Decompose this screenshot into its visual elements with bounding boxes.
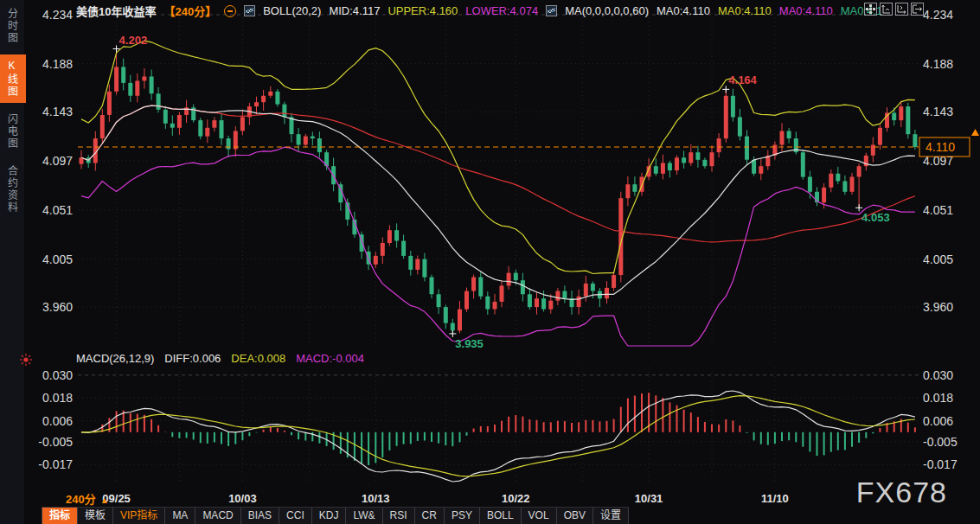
indicator-tabs: 指标模板VIP指标MAMACDBIASCCIKDJLW&RSICRPSYBOLL… bbox=[42, 507, 629, 524]
sidebar: 分时图K线图闪电图合约资料 bbox=[0, 0, 24, 524]
svg-text:4.164: 4.164 bbox=[728, 73, 757, 86]
svg-text:10/22: 10/22 bbox=[502, 492, 530, 505]
svg-text:-0.005: -0.005 bbox=[38, 435, 73, 449]
tab-template[interactable]: 模板 bbox=[78, 508, 113, 524]
svg-text:4.188: 4.188 bbox=[923, 57, 953, 71]
ma-value-0: MA0:4.110 bbox=[657, 4, 710, 17]
svg-text:0.030: 0.030 bbox=[42, 368, 73, 382]
scroll-latest-icon bbox=[971, 129, 979, 136]
svg-text:4.097: 4.097 bbox=[42, 154, 73, 168]
axis-labels: 4.2344.2344.1884.1884.1434.1434.0974.097… bbox=[38, 8, 958, 505]
gridlines bbox=[78, 13, 919, 482]
macd-header: MACD(26,12,9) DIFF:0.006 DEA:0.008 MACD:… bbox=[76, 352, 364, 365]
boll-lower-value: LOWER:4.074 bbox=[465, 4, 538, 17]
svg-text:4.143: 4.143 bbox=[42, 105, 73, 118]
svg-text:0.006: 0.006 bbox=[923, 414, 953, 428]
svg-text:4.005: 4.005 bbox=[42, 252, 73, 266]
macd-dea-value: DEA:0.008 bbox=[231, 352, 285, 365]
ma-indicator-icon[interactable] bbox=[546, 5, 557, 16]
svg-text:4.051: 4.051 bbox=[42, 203, 73, 217]
svg-text:10/31: 10/31 bbox=[635, 492, 663, 505]
kline-macd-svg: 4.2344.2344.1884.1884.1434.1434.0974.097… bbox=[0, 0, 980, 524]
tab-cci[interactable]: CCI bbox=[279, 508, 312, 524]
ma-label: MA(0,0,0,0,0,60) bbox=[565, 4, 649, 17]
watermark: FX678 bbox=[856, 476, 947, 509]
svg-text:4.202: 4.202 bbox=[119, 34, 148, 47]
svg-text:4.234: 4.234 bbox=[42, 8, 73, 22]
macd-macd-value: MACD:-0.004 bbox=[296, 352, 364, 365]
svg-text:4.143: 4.143 bbox=[923, 105, 953, 118]
tab-bias[interactable]: BIAS bbox=[241, 508, 279, 524]
ma-values: MA0:4.110MA0:4.110MA0:4.110MA0:4.1 bbox=[657, 4, 882, 17]
boll-upper-line bbox=[81, 41, 915, 273]
svg-text:4.053: 4.053 bbox=[862, 211, 890, 224]
svg-text:0.030: 0.030 bbox=[923, 368, 953, 382]
svg-text:4.005: 4.005 bbox=[923, 252, 953, 266]
svg-text:0.018: 0.018 bbox=[923, 391, 953, 405]
tab-ma[interactable]: MA bbox=[165, 508, 195, 524]
svg-text:3.960: 3.960 bbox=[42, 300, 73, 314]
tab-obv[interactable]: OBV bbox=[557, 508, 593, 524]
ma-value-2: MA0:4.110 bbox=[779, 4, 833, 17]
tab-rsi[interactable]: RSI bbox=[383, 508, 415, 524]
tab-lwr[interactable]: LW& bbox=[346, 508, 382, 524]
svg-text:-0.005: -0.005 bbox=[923, 435, 958, 449]
sidebar-item-contract-info[interactable]: 合约资料 bbox=[0, 160, 26, 219]
svg-text:4.188: 4.188 bbox=[42, 57, 73, 71]
boll-mid-value: MID:4.117 bbox=[329, 4, 380, 17]
tab-macd[interactable]: MACD bbox=[195, 508, 240, 524]
boll-lower-line bbox=[81, 147, 915, 346]
svg-text:4.051: 4.051 bbox=[923, 203, 953, 217]
period-text: 240分 bbox=[66, 493, 96, 506]
symbol-title: 美债10年收益率 bbox=[76, 3, 156, 19]
y-axis-zoom-icon[interactable] bbox=[880, 3, 893, 16]
sidebar-item-kline-chart[interactable]: K线图 bbox=[0, 54, 26, 103]
svg-text:3.935: 3.935 bbox=[455, 337, 484, 350]
svg-text:3.960: 3.960 bbox=[923, 300, 953, 314]
svg-text:0.006: 0.006 bbox=[42, 414, 73, 428]
alert-icon[interactable] bbox=[19, 353, 33, 370]
ma-value-1: MA0:4.110 bbox=[718, 4, 772, 17]
x-axis-zoom-icon[interactable] bbox=[895, 3, 908, 16]
svg-text:4.110: 4.110 bbox=[926, 140, 955, 154]
candles bbox=[80, 49, 918, 334]
macd-diff-value: DIFF:0.006 bbox=[164, 352, 221, 365]
svg-text:10/13: 10/13 bbox=[362, 492, 390, 505]
tab-psy[interactable]: PSY bbox=[445, 508, 480, 524]
app-window: 4.2344.2344.1884.1884.1434.1434.0974.097… bbox=[0, 0, 980, 524]
svg-text:-0.017: -0.017 bbox=[923, 457, 958, 471]
period-up-arrow-icon: ▲ bbox=[100, 495, 109, 505]
sidebar-item-flash-chart[interactable]: 闪电图 bbox=[0, 108, 26, 155]
period-label[interactable]: 【240分】 bbox=[163, 3, 216, 19]
tab-settings[interactable]: 设置 bbox=[593, 508, 629, 524]
sidebar-item-time-chart[interactable]: 分时图 bbox=[0, 3, 26, 49]
indicator-header: 美债10年收益率 【240分】 BOLL(20,2) MID:4.117 UPP… bbox=[76, 3, 882, 19]
pop-out-icon[interactable] bbox=[911, 3, 924, 16]
svg-text:10/03: 10/03 bbox=[228, 492, 257, 505]
last-price-badge: 4.110 bbox=[919, 129, 979, 157]
period-selector[interactable]: 240分▲ bbox=[66, 490, 109, 507]
ma60-line bbox=[81, 105, 915, 242]
boll-indicator-icon[interactable] bbox=[244, 5, 255, 16]
tab-boll[interactable]: BOLL bbox=[480, 508, 522, 524]
tab-indicator[interactable]: 指标 bbox=[42, 508, 78, 524]
chart-tool-icons bbox=[864, 3, 924, 16]
collapse-indicator-icon[interactable] bbox=[224, 5, 236, 17]
tab-cr[interactable]: CR bbox=[415, 508, 445, 524]
tab-vol[interactable]: VOL bbox=[522, 508, 557, 524]
svg-text:4.234: 4.234 bbox=[923, 8, 953, 22]
macd-label: MACD(26,12,9) bbox=[76, 352, 154, 365]
svg-text:0.018: 0.018 bbox=[42, 391, 73, 405]
tab-kdj[interactable]: KDJ bbox=[312, 508, 347, 524]
pan-tool-icon[interactable] bbox=[864, 3, 877, 16]
chart-canvas[interactable]: 4.2344.2344.1884.1884.1434.1434.0974.097… bbox=[0, 0, 980, 524]
svg-text:11/10: 11/10 bbox=[761, 492, 789, 505]
svg-text:-0.017: -0.017 bbox=[38, 457, 73, 471]
tab-vip-indicator[interactable]: VIP指标 bbox=[113, 508, 165, 524]
boll-upper-value: UPPER:4.160 bbox=[388, 4, 458, 17]
boll-label: BOLL(20,2) bbox=[263, 4, 321, 17]
macd-diff-line bbox=[81, 391, 915, 482]
